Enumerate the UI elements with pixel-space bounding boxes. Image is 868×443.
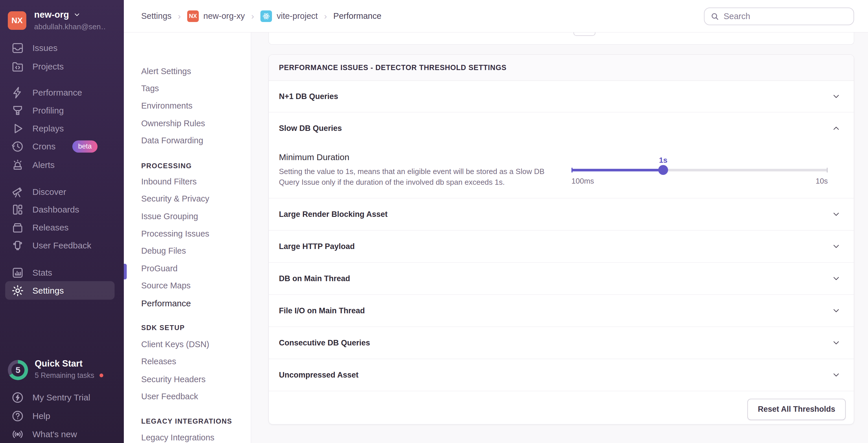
settings-nav-proguard[interactable]: ProGuard: [141, 260, 178, 277]
chevron-down-icon: [832, 306, 841, 315]
chevron-down-icon: [832, 92, 841, 101]
play-icon: [11, 122, 24, 135]
settings-nav-environments[interactable]: Environments: [141, 97, 192, 114]
detector-row-n-plus-one-db-queries[interactable]: N+1 DB Queries: [269, 81, 854, 112]
cutoff-button-fragment: [574, 32, 595, 36]
breadcrumb-separator: ›: [324, 11, 327, 21]
detector-row-file-io-on-main-thread[interactable]: File I/O on Main Thread: [269, 294, 854, 327]
breadcrumb-settings[interactable]: Settings: [141, 11, 172, 21]
profiling-icon: [11, 104, 24, 117]
settings-nav-data-forwarding[interactable]: Data Forwarding: [141, 132, 203, 149]
slow-db-queries-settings: Minimum Duration Setting the value to 1s…: [269, 144, 854, 198]
settings-nav-user-feedback[interactable]: User Feedback: [141, 388, 198, 405]
reset-all-thresholds-button[interactable]: Reset All Thresholds: [747, 399, 846, 420]
settings-nav-active-indicator: [124, 264, 127, 279]
bar-chart-icon: [11, 266, 24, 279]
settings-nav-legacy-integrations[interactable]: Legacy Integrations: [141, 429, 214, 443]
panel-footer: Reset All Thresholds: [269, 391, 854, 427]
detector-row-uncompressed-asset[interactable]: Uncompressed Asset: [269, 359, 854, 391]
topbar: Settings › NX new-org-xy › vite-project …: [124, 0, 868, 32]
sidebar-item-performance[interactable]: Performance: [0, 84, 124, 101]
settings-nav-performance[interactable]: Performance: [141, 295, 191, 312]
breadcrumb-separator: ›: [251, 11, 254, 21]
scrolled-panel-fragment: [269, 32, 854, 45]
sidebar-item-profiling[interactable]: Profiling: [0, 101, 124, 120]
slider-value-label: 1s: [659, 156, 668, 165]
detector-row-large-http-payload[interactable]: Large HTTP Payload: [269, 230, 854, 262]
settings-nav-tags[interactable]: Tags: [141, 80, 159, 97]
detector-row-slow-db-queries[interactable]: Slow DB Queries: [269, 112, 854, 144]
primary-sidebar: NX new-org abdullah.khan@sen… Issues Pro…: [0, 0, 124, 443]
settings-nav-issue-grouping[interactable]: Issue Grouping: [141, 208, 198, 225]
search-input[interactable]: Search: [704, 7, 854, 25]
breadcrumb: Settings › NX new-org-xy › vite-project …: [141, 10, 381, 22]
question-circle-icon: [11, 409, 24, 423]
slider-min-label: 100ms: [571, 177, 594, 186]
archive-icon: [11, 221, 24, 234]
org-avatar: NX: [8, 11, 26, 30]
slider-thumb[interactable]: [658, 165, 668, 175]
chevron-down-icon: [832, 274, 841, 283]
sidebar-item-dashboards[interactable]: Dashboards: [0, 201, 124, 218]
breadcrumb-project[interactable]: vite-project: [260, 10, 318, 22]
settings-nav-source-maps[interactable]: Source Maps: [141, 277, 191, 294]
lightning-circle-icon: [11, 391, 24, 404]
settings-nav-security-privacy[interactable]: Security & Privacy: [141, 190, 209, 207]
chevron-down-icon: [73, 11, 81, 19]
search-placeholder: Search: [724, 11, 750, 21]
settings-nav-debug-files[interactable]: Debug Files: [141, 242, 186, 260]
sidebar-item-whats-new[interactable]: What's new: [0, 425, 124, 443]
detector-row-large-render-blocking-asset[interactable]: Large Render Blocking Asset: [269, 198, 854, 230]
detector-row-consecutive-db-queries[interactable]: Consecutive DB Queries: [269, 327, 854, 359]
chevron-down-icon: [832, 210, 841, 219]
beta-badge: beta: [72, 141, 97, 153]
org-email: abdullah.khan@sen…: [34, 22, 106, 31]
sidebar-item-issues[interactable]: Issues: [0, 39, 124, 57]
telescope-icon: [11, 185, 24, 199]
slider-max-label: 10s: [816, 177, 828, 186]
main-content: PERFORMANCE ISSUES - DETECTOR THRESHOLD …: [251, 32, 868, 443]
gear-icon: [11, 284, 24, 297]
clock-icon: [11, 140, 24, 153]
sidebar-item-projects[interactable]: Projects: [0, 58, 124, 76]
sidebar-item-help[interactable]: Help: [0, 407, 124, 425]
settings-nav-inbound-filters[interactable]: Inbound Filters: [141, 173, 197, 190]
settings-nav-header-legacy-integrations: LEGACY INTEGRATIONS: [141, 413, 232, 430]
settings-nav-processing-issues[interactable]: Processing Issues: [141, 225, 209, 242]
sidebar-item-releases[interactable]: Releases: [0, 218, 124, 237]
settings-nav-client-keys[interactable]: Client Keys (DSN): [141, 335, 209, 353]
minimum-duration-description: Setting the value to 1s, means that an e…: [279, 166, 554, 188]
sidebar-item-settings[interactable]: Settings: [0, 282, 124, 300]
breadcrumb-page: Performance: [333, 11, 381, 21]
lightning-icon: [11, 86, 24, 99]
sidebar-item-alerts[interactable]: Alerts: [0, 156, 124, 174]
sidebar-item-discover[interactable]: Discover: [0, 183, 124, 201]
settings-subnav: Alert Settings Tags Environments Ownersh…: [124, 32, 251, 443]
settings-nav-alert-settings[interactable]: Alert Settings: [141, 63, 191, 80]
org-switcher[interactable]: NX new-org abdullah.khan@sen…: [8, 9, 106, 31]
slider-fill: [571, 169, 663, 171]
sidebar-item-stats[interactable]: Stats: [0, 264, 124, 282]
breadcrumb-org[interactable]: NX new-org-xy: [187, 10, 245, 22]
panel-title: PERFORMANCE ISSUES - DETECTOR THRESHOLD …: [269, 55, 854, 81]
sidebar-item-replays[interactable]: Replays: [0, 120, 124, 138]
org-name: new-org: [34, 9, 69, 20]
quickstart-subtitle: 5 Remaining tasks: [35, 371, 94, 380]
sidebar-item-my-sentry-trial[interactable]: My Sentry Trial: [0, 389, 124, 407]
quickstart[interactable]: Quick Start 5 Remaining tasks: [35, 358, 103, 380]
sidebar-item-crons[interactable]: Crons beta: [0, 138, 124, 155]
detector-row-db-on-main-thread[interactable]: DB on Main Thread: [269, 262, 854, 294]
settings-nav-security-headers[interactable]: Security Headers: [141, 371, 206, 388]
quickstart-title: Quick Start: [35, 358, 103, 369]
chevron-up-icon: [832, 124, 841, 133]
alert-dot: [99, 374, 103, 377]
sidebar-item-user-feedback[interactable]: User Feedback: [0, 237, 124, 255]
settings-nav-ownership-rules[interactable]: Ownership Rules: [141, 115, 205, 132]
siren-icon: [11, 158, 24, 172]
settings-nav-releases[interactable]: Releases: [141, 353, 176, 370]
settings-nav-header-processing: PROCESSING: [141, 157, 192, 175]
minimum-duration-label: Minimum Duration: [279, 152, 554, 162]
search-icon: [710, 12, 720, 21]
minimum-duration-slider[interactable]: 1s 100ms 10s: [571, 144, 828, 198]
broadcast-icon: [11, 427, 24, 441]
